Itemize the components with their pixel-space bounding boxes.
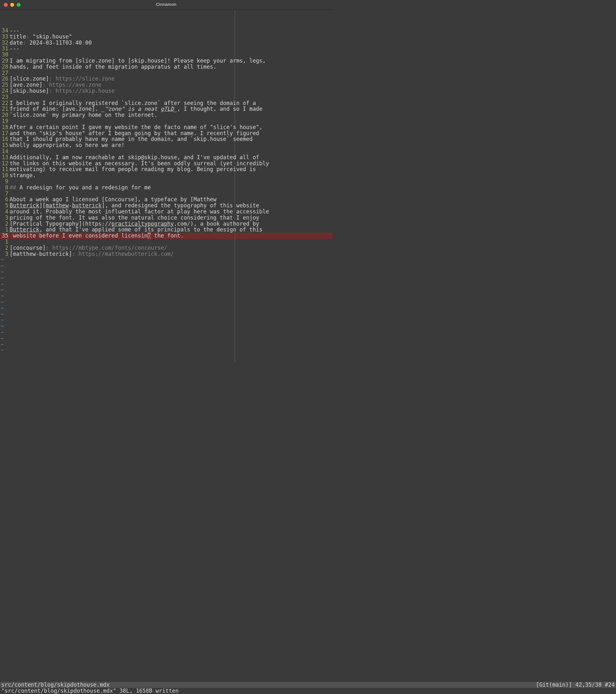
editor-line[interactable]: 12the links on this website as necessary… — [0, 161, 332, 167]
eof-tilde: ~ — [0, 281, 332, 287]
line-number: 21 — [0, 106, 10, 112]
editor-line[interactable]: 23 — [0, 94, 332, 100]
editor-line[interactable]: 25[ave.zone]: https://ave.zone — [0, 82, 332, 88]
line-number: 28 — [0, 64, 10, 70]
editor-line[interactable]: 14 — [0, 148, 332, 154]
editor-line[interactable]: 11motivating) to receive mail from peopl… — [0, 166, 332, 172]
editor-line[interactable]: 13Additionally, I am now reachable at sk… — [0, 154, 332, 161]
editor-line[interactable]: 10strange. — [0, 172, 332, 179]
editor-line[interactable]: 15wholly appropriate, so here we are! — [0, 142, 332, 148]
editor-line[interactable]: 21friend of mine: [ave.zone]. _"zone" is… — [0, 106, 332, 112]
line-content: Butterick][matthew-butterick], and redes… — [10, 203, 259, 209]
editor-line[interactable]: 3pricing of the font. It was also the na… — [0, 215, 332, 221]
close-icon[interactable] — [4, 3, 8, 7]
eof-tilde: ~ — [0, 299, 332, 305]
line-number: 13 — [0, 154, 10, 161]
editor-line[interactable]: 32date: 2024-03-11T03:40:00 — [0, 40, 332, 46]
eof-tilde: ~ — [0, 287, 332, 293]
editor-line[interactable]: 29I am migrating from [slice.zone] to [s… — [0, 58, 332, 64]
editor-line[interactable]: 1Butterick, and that I've applied some o… — [0, 226, 332, 233]
editor-line[interactable]: 3[matthew-butterick]: https://matthewbut… — [0, 251, 332, 257]
editor-line[interactable]: 17and then "skip's house" after I began … — [0, 130, 332, 136]
line-number: 7 — [0, 191, 10, 197]
editor-line[interactable]: 26[slice.zone]: https://slice.zone — [0, 76, 332, 82]
editor-line[interactable]: 16that I should probably have my name in… — [0, 136, 332, 142]
line-content: around it. Probably the most influential… — [10, 209, 269, 215]
editor-line[interactable]: 30 — [0, 52, 332, 58]
editor-line[interactable]: 28hands, and feet inside of the migratio… — [0, 64, 332, 70]
minimize-icon[interactable] — [10, 3, 14, 7]
editor-line[interactable]: 1 — [0, 239, 332, 245]
editor-line[interactable]: 2[concourse]: https://mbtype.com/fonts/c… — [0, 245, 332, 251]
eof-tilde: ~ — [0, 257, 332, 263]
eof-tilde: ~ — [0, 275, 332, 281]
editor-line[interactable]: 9 — [0, 179, 332, 185]
line-number: 14 — [0, 148, 10, 154]
line-number: 12 — [0, 161, 10, 167]
editor-line[interactable]: 8## A redesign for you and a redesign fo… — [0, 185, 332, 191]
line-number: 31 — [0, 45, 10, 52]
editor-line[interactable]: 34--- — [0, 28, 332, 34]
line-number: 24 — [0, 88, 10, 94]
line-number: 26 — [0, 76, 10, 82]
line-number: 8 — [0, 185, 10, 191]
line-number: 11 — [0, 166, 10, 172]
zoom-icon[interactable] — [17, 3, 20, 7]
line-number: 33 — [0, 34, 10, 40]
titlebar: Cinnamon — [0, 0, 332, 10]
editor-line[interactable]: 35 website before I even considered lice… — [0, 233, 332, 239]
editor-line[interactable]: 24[skip.house]: https://skip.house — [0, 88, 332, 94]
line-content: [ave.zone]: https://ave.zone — [10, 82, 102, 88]
line-content: that I should probably have my name in t… — [10, 136, 253, 142]
line-number: 27 — [0, 70, 10, 76]
editor-line[interactable]: 33title: "skip.house" — [0, 34, 332, 40]
line-number: 6 — [0, 197, 10, 203]
line-content: hands, and feet inside of the migration … — [10, 64, 217, 70]
line-number: 15 — [0, 142, 10, 148]
line-number: 30 — [0, 52, 10, 58]
editor-line[interactable]: 20`slice.zone` my primary home on the in… — [0, 112, 332, 118]
line-content: Butterick, and that I've applied some of… — [10, 226, 262, 233]
line-content: motivating) to receive mail from people … — [10, 166, 256, 172]
line-content: friend of mine: [ave.zone]. _"zone" is a… — [10, 106, 262, 112]
line-number: 4 — [0, 209, 10, 215]
line-number: 2 — [0, 245, 10, 251]
editor-line[interactable]: 31--- — [0, 45, 332, 52]
editor-line[interactable]: 5Butterick][matthew-butterick], and rede… — [0, 203, 332, 209]
line-content: the links on this website as necessary. … — [10, 161, 269, 167]
line-content: strange. — [10, 172, 36, 179]
editor-area[interactable]: 34---33title: "skip.house"32date: 2024-0… — [0, 10, 332, 362]
line-number: 23 — [0, 94, 10, 100]
line-number: 34 — [0, 28, 10, 34]
line-content: About a week ago I licensed [Concourse],… — [10, 197, 217, 203]
line-number: 19 — [0, 118, 10, 124]
eof-tilde: ~ — [0, 305, 332, 311]
eof-tilde: ~ — [0, 342, 332, 348]
line-number: 20 — [0, 112, 10, 118]
editor-line[interactable]: 18After a certain point I gave my websit… — [0, 124, 332, 130]
editor-line[interactable]: 22I believe I originally registered `sli… — [0, 100, 332, 106]
line-number: 5 — [0, 203, 10, 209]
line-content: pricing of the font. It was also the nat… — [10, 215, 259, 221]
line-number: 32 — [0, 40, 10, 46]
eof-tilde: ~ — [0, 335, 332, 342]
line-number: 16 — [0, 136, 10, 142]
line-number: 1 — [0, 226, 10, 233]
editor-line[interactable]: 2[Practical Typography](https://practica… — [0, 221, 332, 227]
line-content: wholly appropriate, so here we are! — [10, 142, 125, 148]
line-number: 10 — [0, 172, 10, 179]
line-number: 22 — [0, 100, 10, 106]
line-content: --- — [10, 45, 20, 52]
eof-tilde: ~ — [0, 269, 332, 275]
line-number: 25 — [0, 82, 10, 88]
eof-tilde: ~ — [0, 293, 332, 299]
line-content: website before I even considered licensi… — [10, 233, 184, 239]
editor-line[interactable]: 4around it. Probably the most influentia… — [0, 209, 332, 215]
editor-line[interactable]: 6About a week ago I licensed [Concourse]… — [0, 197, 332, 203]
editor-line[interactable]: 27 — [0, 70, 332, 76]
eof-tilde: ~ — [0, 329, 332, 335]
editor-line[interactable]: 7 — [0, 191, 332, 197]
line-number: 3 — [0, 215, 10, 221]
line-number: 1 — [0, 239, 10, 245]
editor-line[interactable]: 19 — [0, 118, 332, 124]
